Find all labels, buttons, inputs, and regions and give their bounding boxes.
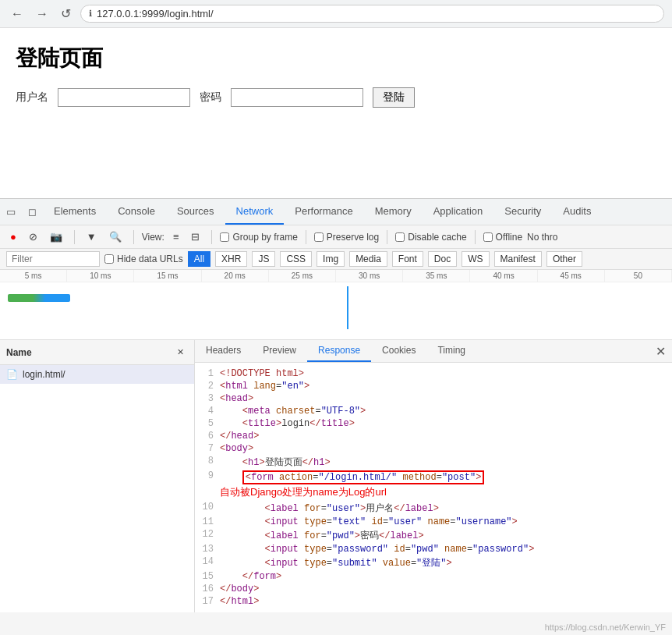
tab-sources[interactable]: Sources: [166, 199, 225, 225]
line-code: <label for="pwd">密码</label>: [220, 529, 424, 542]
line-number: 2: [200, 381, 214, 392]
filter-all-button[interactable]: All: [188, 251, 210, 267]
detail-panel: Headers Preview Response Cookies Timing …: [195, 340, 672, 612]
line-code: <input type="password" id="pwd" name="pa…: [220, 544, 534, 555]
name-panel: Name ✕ 📄 login.html/: [0, 340, 195, 612]
filter-media-button[interactable]: Media: [349, 251, 387, 267]
device-toolbar-button[interactable]: ◻: [22, 199, 43, 225]
filter-xhr-button[interactable]: XHR: [215, 251, 247, 267]
hide-data-urls-checkbox[interactable]: [104, 254, 114, 264]
camera-button[interactable]: 📷: [46, 229, 66, 245]
disable-cache-checkbox[interactable]: [395, 232, 405, 242]
stop-button[interactable]: ⊘: [25, 229, 41, 245]
tab-timing[interactable]: Timing: [426, 340, 476, 362]
detail-close-button[interactable]: ✕: [649, 340, 672, 362]
view-list-button[interactable]: ≡: [169, 229, 183, 245]
tick-35ms: 35 ms: [403, 270, 470, 282]
filter-img-button[interactable]: Img: [317, 251, 345, 267]
offline-checkbox[interactable]: [483, 232, 493, 242]
record-button[interactable]: ●: [6, 229, 20, 245]
filter-button[interactable]: ▼: [83, 229, 101, 245]
line-number: 4: [200, 406, 214, 417]
preserve-log-label[interactable]: Preserve log: [314, 232, 379, 243]
tab-preview[interactable]: Preview: [252, 340, 307, 362]
response-line: 7<body>: [200, 442, 667, 455]
filter-other-button[interactable]: Other: [546, 251, 582, 267]
line-code: <input type="submit" value="登陆">: [220, 556, 452, 569]
view-label: View:: [142, 232, 164, 243]
line-code: <body>: [220, 443, 253, 454]
separator-6: [475, 230, 476, 244]
response-line: 17</html>: [200, 595, 667, 608]
tab-console[interactable]: Console: [107, 199, 166, 225]
list-item[interactable]: 📄 login.html/: [0, 365, 194, 384]
line-code: <input type="text" id="user" name="usern…: [220, 516, 518, 527]
response-line: 5 <title>login</title>: [200, 417, 667, 430]
line-number: 6: [200, 431, 214, 442]
annotation: 自动被Django处理为name为Log的url: [200, 485, 667, 501]
tab-application[interactable]: Application: [423, 199, 494, 225]
page-title: 登陆页面: [16, 44, 656, 73]
forward-button[interactable]: →: [33, 5, 51, 23]
timeline-header: 5 ms 10 ms 15 ms 20 ms 25 ms 30 ms 35 ms…: [0, 270, 672, 282]
tab-network[interactable]: Network: [225, 199, 285, 225]
separator-4: [306, 230, 306, 244]
no-throttling-text: No thro: [527, 232, 557, 243]
tab-elements[interactable]: Elements: [43, 199, 107, 225]
view-large-button[interactable]: ⊟: [187, 229, 203, 245]
tab-response[interactable]: Response: [307, 340, 371, 362]
line-number: 12: [200, 529, 214, 542]
filter-css-button[interactable]: CSS: [280, 251, 312, 267]
filter-ws-button[interactable]: WS: [462, 251, 489, 267]
line-code: </form>: [220, 571, 281, 582]
tab-performance[interactable]: Performance: [284, 199, 363, 225]
submit-button[interactable]: 登陆: [373, 87, 415, 108]
tab-cookies[interactable]: Cookies: [371, 340, 426, 362]
url-text: 127.0.0.1:9999/login.html/: [97, 8, 214, 20]
name-panel-close[interactable]: ✕: [173, 345, 188, 360]
separator-3: [211, 230, 212, 244]
group-by-frame-label[interactable]: Group by frame: [220, 232, 297, 243]
tab-memory[interactable]: Memory: [364, 199, 423, 225]
search-button[interactable]: 🔍: [105, 229, 126, 245]
tab-headers[interactable]: Headers: [195, 340, 252, 362]
tab-security[interactable]: Security: [493, 199, 552, 225]
address-bar[interactable]: ℹ 127.0.0.1:9999/login.html/: [80, 5, 664, 23]
password-input[interactable]: [231, 88, 363, 107]
name-header-label: Name: [6, 347, 32, 358]
line-number: 8: [200, 456, 214, 469]
separator-1: [74, 230, 75, 244]
browser-toolbar: ← → ↺ ℹ 127.0.0.1:9999/login.html/: [0, 0, 672, 28]
preserve-log-checkbox[interactable]: [314, 232, 324, 242]
tab-audits[interactable]: Audits: [552, 199, 602, 225]
back-button[interactable]: ←: [8, 5, 27, 23]
filter-doc-button[interactable]: Doc: [428, 251, 457, 267]
group-by-frame-checkbox[interactable]: [220, 232, 229, 242]
filter-js-button[interactable]: JS: [252, 251, 275, 267]
disable-cache-label[interactable]: Disable cache: [395, 232, 466, 243]
offline-label[interactable]: Offline: [483, 232, 522, 243]
watermark: https://blog.csdn.net/Kerwin_YF: [545, 623, 666, 632]
name-panel-header: Name ✕: [0, 340, 194, 365]
filter-font-button[interactable]: Font: [392, 251, 423, 267]
devtools-main-tabs: Elements Console Sources Network Perform…: [43, 199, 672, 225]
reload-button[interactable]: ↺: [58, 5, 74, 23]
username-input[interactable]: [58, 88, 190, 107]
line-number: 3: [200, 393, 214, 404]
timeline-chart: [0, 282, 672, 329]
line-code: <form action="/login.html/" method="post…: [220, 470, 484, 484]
hide-data-urls-label[interactable]: Hide data URLs: [104, 254, 183, 264]
response-line: 11 <input type="text" id="user" name="us…: [200, 516, 667, 528]
tick-45ms: 45 ms: [538, 270, 605, 282]
response-line: 8 <h1>登陆页面</h1>: [200, 455, 667, 470]
annotation-text: 自动被Django处理为name为Log的url: [220, 486, 387, 498]
lock-icon: ℹ: [89, 9, 92, 19]
response-line: 13 <input type="password" id="pwd" name=…: [200, 543, 667, 555]
inspect-element-button[interactable]: ▭: [0, 199, 22, 225]
line-code: </html>: [220, 596, 259, 607]
line-number: 13: [200, 544, 214, 555]
filter-input[interactable]: [6, 251, 100, 267]
filter-manifest-button[interactable]: Manifest: [494, 251, 542, 267]
line-code: <head>: [220, 393, 253, 404]
hide-data-urls-text: Hide data URLs: [117, 254, 183, 264]
